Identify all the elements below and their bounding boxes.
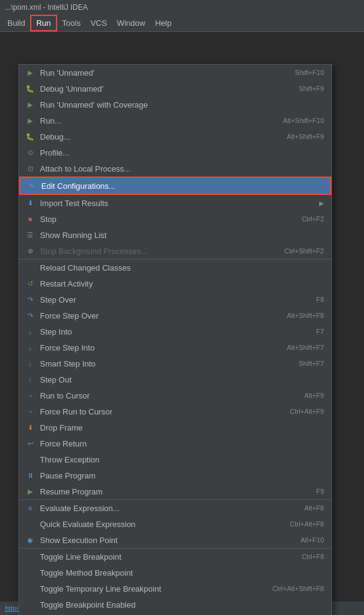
menu-item-attach-local[interactable]: ⊡Attach to Local Process...: [19, 161, 331, 177]
menu-item-debug-ellipsis[interactable]: 🐛Debug...Alt+Shift+F9: [19, 129, 331, 145]
menu-icon-show-exec-point: ◉: [24, 534, 36, 546]
menu-build[interactable]: Build: [2, 16, 30, 30]
menu-item-evaluate-expr[interactable]: ≡Evaluate Expression...Alt+F8: [19, 499, 331, 516]
menu-item-step-out[interactable]: ↑Step Out: [19, 371, 331, 387]
menu-icon-quick-evaluate: [24, 518, 36, 530]
menu-item-throw-exception[interactable]: Throw Exception: [19, 451, 331, 467]
menu-shortcut-debug-unnamed: Shift+F9: [299, 85, 324, 92]
menu-window[interactable]: Window: [112, 16, 150, 30]
menu-icon-toggle-bp-enabled: [24, 598, 36, 611]
menu-icon-toggle-line-bp: [24, 550, 36, 563]
menu-label-step-into: Step Into: [40, 327, 304, 336]
menu-item-smart-step-into[interactable]: ↓Smart Step IntoShift+F7: [19, 355, 331, 371]
menu-item-force-step-into[interactable]: ↓Force Step IntoAlt+Shift+F7: [19, 339, 331, 355]
menu-shortcut-step-into: F7: [316, 328, 324, 335]
menu-icon-pause-program: ⏸: [24, 469, 36, 482]
submenu-arrow-import-test: ▶: [319, 200, 324, 207]
menu-item-run-ellipsis[interactable]: ▶Run...Alt+Shift+F10: [19, 113, 331, 129]
menu-icon-debug-ellipsis: 🐛: [24, 130, 36, 143]
menu-icon-step-out: ↑: [24, 373, 36, 386]
menu-icon-stop: ■: [24, 213, 36, 225]
menu-tools[interactable]: Tools: [57, 16, 85, 30]
menu-item-show-exec-point[interactable]: ◉Show Execution PointAlt+F10: [19, 532, 331, 548]
menu-item-resume-program[interactable]: ▶Resume ProgramF9: [19, 483, 331, 499]
menu-item-step-into[interactable]: ↓Step IntoF7: [19, 323, 331, 339]
menu-label-run-coverage: Run 'Unnamed' with Coverage: [40, 100, 324, 109]
menu-label-debug-unnamed: Debug 'Unnamed': [40, 84, 287, 93]
menu-label-show-running: Show Running List: [40, 231, 324, 240]
menu-label-attach-local: Attach to Local Process...: [40, 164, 324, 173]
menu-bar: Build Run Tools VCS Window Help: [0, 15, 364, 32]
menu-icon-force-step-into: ↓: [24, 341, 36, 354]
menu-run[interactable]: Run: [30, 15, 57, 31]
menu-item-profile[interactable]: ⊙Profile...: [19, 145, 331, 161]
menu-item-quick-evaluate[interactable]: Quick Evaluate ExpressionCtrl+Alt+F8: [19, 516, 331, 532]
menu-item-force-step-over[interactable]: ↷Force Step OverAlt+Shift+F8: [19, 308, 331, 323]
menu-item-view-breakpoints[interactable]: ◉View Breakpoints...Ctrl+Shift+F8: [19, 613, 331, 615]
menu-shortcut-force-step-over: Alt+Shift+F8: [287, 312, 324, 319]
menu-item-stop[interactable]: ■StopCtrl+F2: [19, 211, 331, 227]
menu-label-run-unnamed: Run 'Unnamed': [40, 68, 283, 77]
menu-item-restart-activity[interactable]: ↺Restart Activity: [19, 276, 331, 292]
menu-label-evaluate-expr: Evaluate Expression...: [40, 504, 292, 513]
menu-item-drop-frame[interactable]: ⬇Drop Frame: [19, 419, 331, 435]
menu-label-show-exec-point: Show Execution Point: [40, 536, 288, 545]
menu-item-reload-classes[interactable]: Reload Changed Classes: [19, 259, 331, 276]
menu-item-toggle-method-bp[interactable]: Toggle Method Breakpoint: [19, 565, 331, 581]
menu-shortcut-run-to-cursor: Alt+F9: [304, 392, 324, 399]
menu-icon-run-to-cursor: →: [24, 389, 36, 402]
menu-icon-force-return: ↩: [24, 437, 36, 450]
menu-help[interactable]: Help: [150, 16, 176, 30]
menu-icon-restart-activity: ↺: [24, 277, 36, 290]
menu-shortcut-run-ellipsis: Alt+Shift+F10: [283, 117, 324, 124]
menu-label-debug-ellipsis: Debug...: [40, 132, 274, 141]
menu-icon-force-run-cursor: →: [24, 405, 36, 418]
menu-item-debug-unnamed[interactable]: 🐛Debug 'Unnamed'Shift+F9: [19, 81, 331, 97]
menu-item-show-running[interactable]: ☰Show Running List: [19, 227, 331, 243]
menu-label-force-step-over: Force Step Over: [40, 311, 274, 320]
menu-icon-evaluate-expr: ≡: [24, 502, 36, 514]
menu-icon-profile: ⊙: [24, 146, 36, 159]
menu-item-toggle-line-bp[interactable]: Toggle Line BreakpointCtrl+F8: [19, 548, 331, 565]
menu-vcs[interactable]: VCS: [85, 16, 112, 30]
menu-shortcut-toggle-line-bp: Ctrl+F8: [302, 553, 324, 560]
menu-label-force-run-cursor: Force Run to Cursor: [40, 407, 277, 416]
menu-shortcut-stop-bg: Ctrl+Shift+F2: [284, 247, 324, 255]
menu-label-toggle-bp-enabled: Toggle Breakpoint Enabled: [40, 600, 324, 609]
menu-item-pause-program[interactable]: ⏸Pause Program: [19, 467, 331, 483]
menu-icon-stop-bg: ⊗: [24, 245, 36, 257]
menu-shortcut-run-unnamed: Shift+F10: [295, 69, 324, 76]
menu-icon-run-coverage: ▶: [24, 98, 36, 111]
run-dropdown-menu: ▶Run 'Unnamed'Shift+F10🐛Debug 'Unnamed'S…: [18, 64, 332, 615]
menu-item-toggle-temp-bp[interactable]: Toggle Temporary Line BreakpointCtrl+Alt…: [19, 581, 331, 597]
menu-item-run-unnamed[interactable]: ▶Run 'Unnamed'Shift+F10: [19, 65, 331, 81]
menu-item-force-run-cursor[interactable]: →Force Run to CursorCtrl+Alt+F9: [19, 403, 331, 419]
menu-shortcut-force-run-cursor: Ctrl+Alt+F9: [290, 408, 324, 415]
menu-item-force-return[interactable]: ↩Force Return: [19, 435, 331, 451]
menu-item-run-to-cursor[interactable]: →Run to CursorAlt+F9: [19, 387, 331, 403]
menu-shortcut-smart-step-into: Shift+F7: [299, 360, 324, 367]
menu-icon-force-step-over: ↷: [24, 309, 36, 322]
menu-item-edit-configurations[interactable]: ✎Edit Configurations...: [19, 177, 331, 195]
menu-shortcut-debug-ellipsis: Alt+Shift+F9: [287, 133, 324, 140]
menu-label-restart-activity: Restart Activity: [40, 279, 324, 288]
menu-icon-show-running: ☰: [24, 229, 36, 241]
menu-label-drop-frame: Drop Frame: [40, 423, 324, 432]
menu-label-pause-program: Pause Program: [40, 471, 324, 480]
menu-label-resume-program: Resume Program: [40, 487, 304, 496]
menu-shortcut-evaluate-expr: Alt+F8: [304, 504, 324, 512]
menu-item-stop-bg: ⊗Stop Background Processes...Ctrl+Shift+…: [19, 243, 331, 259]
menu-label-stop-bg: Stop Background Processes...: [40, 247, 272, 256]
menu-label-quick-evaluate: Quick Evaluate Expression: [40, 520, 277, 529]
menu-item-toggle-bp-enabled[interactable]: Toggle Breakpoint Enabled: [19, 597, 331, 613]
menu-icon-run-ellipsis: ▶: [24, 114, 36, 127]
menu-item-run-coverage[interactable]: ▶Run 'Unnamed' with Coverage: [19, 97, 331, 113]
menu-item-import-test[interactable]: ⬇Import Test Results▶: [19, 195, 331, 211]
menu-item-step-over[interactable]: ↷Step OverF8: [19, 292, 331, 308]
menu-label-import-test: Import Test Results: [40, 199, 319, 208]
menu-shortcut-quick-evaluate: Ctrl+Alt+F8: [290, 520, 324, 528]
menu-label-stop: Stop: [40, 215, 290, 224]
menu-icon-toggle-temp-bp: [24, 582, 36, 595]
title-text: ...\pom.xml - IntelliJ IDEA: [5, 3, 88, 12]
menu-label-force-return: Force Return: [40, 439, 324, 448]
